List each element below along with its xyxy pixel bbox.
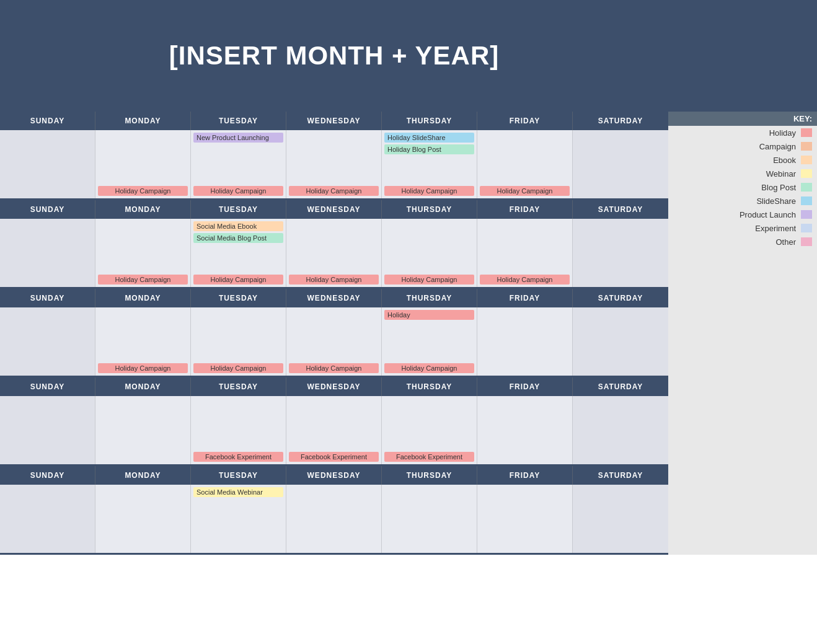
key-label: Other <box>775 237 796 247</box>
campaign-footer: Holiday Campaign <box>98 186 188 196</box>
day-cell-monday: Holiday Campaign <box>95 130 191 198</box>
key-item: Ebook <box>668 153 817 167</box>
key-item: Holiday <box>668 126 817 139</box>
day-cell-friday: Holiday Campaign <box>477 130 573 198</box>
campaign-footer: Holiday Campaign <box>193 186 283 196</box>
cell-events: New Product Launching <box>193 133 283 182</box>
day-header: WEDNESDAY <box>286 112 382 130</box>
cell-footer: Holiday Campaign <box>98 362 188 373</box>
day-header: MONDAY <box>95 466 191 485</box>
event-tag: Holiday SlideShare <box>384 133 474 143</box>
day-cell-monday <box>95 485 191 553</box>
day-header: TUESDAY <box>191 112 286 130</box>
key-swatch <box>801 156 812 164</box>
day-cell-wednesday <box>286 485 382 553</box>
day-cell-saturday <box>573 130 668 198</box>
day-cell-wednesday: Facebook Experiment <box>286 396 382 464</box>
day-cell-saturday <box>573 485 668 553</box>
day-cell-friday <box>477 485 573 553</box>
cell-events <box>98 133 188 182</box>
key-swatch <box>801 237 812 246</box>
day-header: SATURDAY <box>573 112 668 130</box>
day-cell-friday <box>477 307 573 376</box>
cell-events <box>2 310 92 371</box>
day-header: WEDNESDAY <box>286 289 382 307</box>
cell-footer: Holiday Campaign <box>193 362 283 373</box>
key-panel: KEY: HolidayCampaignEbookWebinarBlog Pos… <box>668 0 817 555</box>
day-cell-thursday: Holiday SlideShareHoliday Blog PostHolid… <box>382 130 477 198</box>
campaign-footer: Holiday Campaign <box>480 186 570 196</box>
cell-events <box>193 310 283 359</box>
campaign-footer: Facebook Experiment <box>384 452 474 462</box>
day-header: FRIDAY <box>477 200 573 219</box>
key-item: Other <box>668 235 817 249</box>
key-item: Product Launch <box>668 208 817 221</box>
cell-footer: Holiday Campaign <box>480 273 570 285</box>
day-header: MONDAY <box>95 200 191 219</box>
key-header-spacer <box>668 0 817 112</box>
campaign-footer: Holiday Campaign <box>384 363 474 373</box>
cell-events <box>575 310 666 371</box>
cell-events <box>480 133 570 182</box>
day-cell-thursday: Holiday Campaign <box>382 219 477 287</box>
day-cell-thursday: HolidayHoliday Campaign <box>382 307 477 376</box>
key-swatch <box>801 210 812 219</box>
day-header: SUNDAY <box>0 466 95 485</box>
cell-events: Social Media Webinar <box>193 487 283 548</box>
day-header: THURSDAY <box>382 200 477 219</box>
day-cell-tuesday: New Product LaunchingHoliday Campaign <box>191 130 286 198</box>
cell-events <box>384 221 474 271</box>
event-tag: Social Media Ebook <box>193 221 283 231</box>
cell-footer: Holiday Campaign <box>289 273 379 285</box>
day-header: THURSDAY <box>382 289 477 307</box>
event-tag: Social Media Webinar <box>193 487 283 497</box>
cell-footer: Holiday Campaign <box>193 273 283 285</box>
day-header: WEDNESDAY <box>286 377 382 396</box>
cell-footer: Holiday Campaign <box>480 185 570 196</box>
day-cell-saturday <box>573 307 668 376</box>
day-header: FRIDAY <box>477 466 573 485</box>
day-header: WEDNESDAY <box>286 466 382 485</box>
day-cell-monday: Holiday Campaign <box>95 307 191 376</box>
cell-events <box>2 487 92 548</box>
day-cell-thursday <box>382 485 477 553</box>
cell-events <box>193 399 283 448</box>
cell-footer: Holiday Campaign <box>289 185 379 196</box>
day-header: THURSDAY <box>382 466 477 485</box>
key-swatch <box>801 183 812 192</box>
key-item: SlideShare <box>668 194 817 208</box>
cell-footer: Holiday Campaign <box>98 273 188 285</box>
day-header: SUNDAY <box>0 200 95 219</box>
cell-footer: Holiday Campaign <box>289 362 379 373</box>
key-item: Campaign <box>668 139 817 153</box>
day-header: SATURDAY <box>573 289 668 307</box>
cell-events <box>575 133 666 193</box>
cell-events <box>98 310 188 359</box>
cell-events <box>289 133 379 182</box>
cell-footer: Holiday Campaign <box>384 362 474 373</box>
key-label: Campaign <box>759 142 796 151</box>
cell-events <box>575 221 666 282</box>
cell-events: Holiday SlideShareHoliday Blog Post <box>384 133 474 182</box>
cell-events <box>289 310 379 359</box>
day-header: MONDAY <box>95 377 191 396</box>
day-cell-monday <box>95 396 191 464</box>
day-header: SATURDAY <box>573 466 668 485</box>
day-header: SUNDAY <box>0 377 95 396</box>
main-container: [INSERT MONTH + YEAR] SUNDAYMONDAYTUESDA… <box>0 0 817 555</box>
campaign-footer: Holiday Campaign <box>289 275 379 285</box>
day-header: TUESDAY <box>191 466 286 485</box>
day-header: SATURDAY <box>573 200 668 219</box>
week-3-headers: SUNDAYMONDAYTUESDAYWEDNESDAYTHURSDAYFRID… <box>0 289 668 307</box>
cell-events <box>384 399 474 448</box>
day-header: WEDNESDAY <box>286 200 382 219</box>
cell-events <box>289 487 379 548</box>
cell-events: Social Media EbookSocial Media Blog Post <box>193 221 283 271</box>
day-cell-wednesday: Holiday Campaign <box>286 219 382 287</box>
calendar-section: [INSERT MONTH + YEAR] SUNDAYMONDAYTUESDA… <box>0 0 668 555</box>
key-item: Experiment <box>668 221 817 235</box>
day-header: TUESDAY <box>191 200 286 219</box>
campaign-footer: Facebook Experiment <box>289 452 379 462</box>
week-row-4: Facebook ExperimentFacebook ExperimentFa… <box>0 396 668 466</box>
day-header: FRIDAY <box>477 377 573 396</box>
